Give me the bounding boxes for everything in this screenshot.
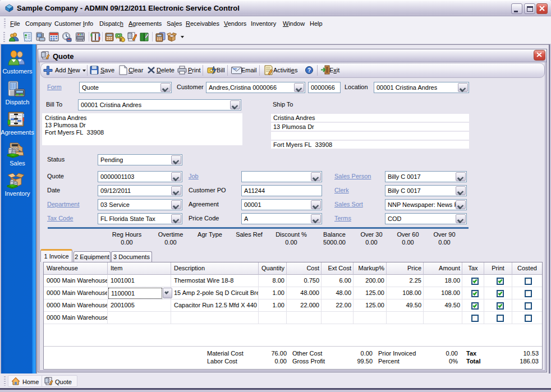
svg-text:?: ? — [307, 67, 311, 73]
